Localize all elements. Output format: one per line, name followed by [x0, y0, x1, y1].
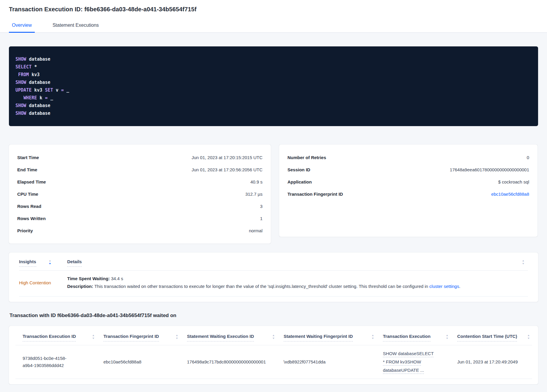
sql-line: SHOW database: [15, 109, 532, 117]
stat-row: End TimeJun 01, 2023 at 17:20:56:2056 UT…: [17, 164, 263, 176]
tab-statement-executions[interactable]: Statement Executions: [50, 21, 102, 33]
col-contention-start-time[interactable]: Contention Start Time (UTC): [457, 334, 517, 341]
stat-label: Elapsed Time: [17, 179, 46, 185]
divider: [15, 379, 532, 379]
sort-arrows-icon[interactable]: ▲▼: [522, 260, 524, 265]
stat-label: Session ID: [287, 167, 310, 173]
stat-value: 1: [260, 215, 263, 222]
waited-on-table-row: 9738d051-bc0e-4158-a9b4-1903586ddd42 ebc…: [9, 345, 538, 379]
stat-value: normal: [249, 228, 263, 234]
sort-arrows-icon[interactable]: ▲▼: [527, 334, 530, 340]
cell-contention-start-time: Jun 01, 2023 at 17:20:49:2049: [457, 358, 532, 366]
stat-value: 0: [527, 154, 529, 161]
sql-line: SELECT *: [15, 63, 532, 71]
stat-value: 3: [260, 203, 263, 209]
cell-transaction-execution-id: 9738d051-bc0e-4158-a9b4-1903586ddd42: [23, 355, 87, 369]
cluster-settings-link[interactable]: cluster settings: [429, 284, 459, 289]
waited-on-table-card: Transaction Execution ID▲▼ Transaction F…: [9, 326, 538, 384]
cell-statement-waiting-fingerprint-id: \xdb8922f077541dda: [284, 358, 383, 366]
stat-value: 17648a9eea6017800000000000000001: [450, 167, 529, 173]
cell-statement-waiting-execution-id: 176498a9c717bdc80000000000000001: [187, 358, 284, 366]
stat-row: Start TimeJun 01, 2023 at 17:20:15:2015 …: [17, 151, 263, 164]
sort-arrows-icon[interactable]: ▲▼: [372, 334, 374, 340]
sql-line: SHOW database: [15, 55, 532, 63]
stat-label: Priority: [17, 228, 33, 234]
col-transaction-execution[interactable]: Transaction Execution: [383, 334, 430, 341]
time-spent-waiting: Time Spent Waiting: 34.4 s: [67, 275, 460, 283]
stat-value: Jun 01, 2023 at 17:20:15:2015 UTC: [191, 154, 263, 161]
transaction-execution-link[interactable]: SHOW databaseSELECT * FROM kv3SHOW datab…: [383, 349, 434, 374]
stat-row: Rows Written1: [17, 212, 263, 225]
sql-line: SHOW database: [15, 79, 532, 86]
session-stats-card: Number of Retries0Session ID17648a9eea60…: [279, 145, 537, 237]
stat-row: Prioritynormal: [17, 225, 263, 237]
stat-row: CPU Time312.7 µs: [17, 188, 263, 200]
stat-label: CPU Time: [17, 191, 38, 197]
stat-row: Application$ cockroach sql: [287, 176, 530, 188]
stat-label: Rows Written: [17, 215, 46, 222]
sort-arrows-icon[interactable]: ▲▼: [49, 260, 51, 265]
stat-label: Transaction Fingerprint ID: [287, 191, 343, 197]
sort-arrows-icon[interactable]: ▲▼: [176, 334, 178, 340]
summary-cards: Start TimeJun 01, 2023 at 17:20:15:2015 …: [9, 145, 538, 244]
stat-value: 312.7 µs: [245, 191, 263, 197]
stat-value: 40.9 s: [250, 179, 263, 185]
main-content: SHOW databaseSELECT * FROM kv3SHOW datab…: [0, 33, 547, 392]
insight-row: High Contention Time Spent Waiting: 34.4…: [19, 271, 528, 296]
divider: [19, 296, 528, 297]
stat-label: Rows Read: [17, 203, 41, 209]
page-header: Transaction Execution ID: f6be6366-da03-…: [0, 0, 547, 33]
insight-type-badge: High Contention: [19, 280, 67, 285]
stat-label: Start Time: [17, 154, 39, 161]
waited-on-table-header: Transaction Execution ID▲▼ Transaction F…: [9, 334, 538, 345]
details-column-header[interactable]: Details: [67, 259, 82, 267]
tab-overview[interactable]: Overview: [9, 21, 35, 33]
stat-label: Application: [287, 179, 312, 185]
waited-on-heading: Transaction with ID f6be6366-da03-48de-a…: [10, 313, 538, 319]
stat-row: Transaction Fingerprint IDebc10ae56cfd88…: [287, 188, 530, 200]
stat-row: Rows Read3: [17, 200, 263, 212]
insights-table-header: Insights ▲▼ Details ▲▼: [19, 259, 528, 270]
insights-column-header[interactable]: Insights: [19, 259, 36, 267]
transaction-fingerprint-id-link[interactable]: ebc10ae56cfd88a8: [491, 191, 529, 197]
execution-stats-card: Start TimeJun 01, 2023 at 17:20:15:2015 …: [9, 145, 271, 244]
stat-row: Elapsed Time40.9 s: [17, 176, 263, 188]
stat-value: Jun 01, 2023 at 17:20:56:2056 UTC: [191, 167, 263, 173]
page-title: Transaction Execution ID: f6be6366-da03-…: [9, 6, 538, 13]
col-transaction-fingerprint-id[interactable]: Transaction Fingerprint ID: [103, 334, 159, 341]
sql-line: SHOW database: [15, 102, 532, 109]
sql-line: FROM kv3: [15, 71, 532, 79]
insight-description: Description: This transaction waited on …: [67, 283, 460, 290]
col-statement-waiting-fingerprint-id[interactable]: Statement Waiting Fingerprint ID: [284, 334, 353, 341]
col-statement-waiting-execution-id[interactable]: Statement Waiting Execution ID: [187, 334, 254, 341]
stat-value: $ cockroach sql: [498, 179, 529, 185]
insights-card: Insights ▲▼ Details ▲▼ High Contention T…: [9, 253, 538, 302]
insight-details: Time Spent Waiting: 34.4 s Description: …: [67, 275, 460, 290]
sql-statements-box: SHOW databaseSELECT * FROM kv3SHOW datab…: [9, 46, 538, 126]
sort-arrows-icon[interactable]: ▲▼: [272, 334, 275, 340]
cell-transaction-fingerprint-id: ebc10ae56cfd88a8: [103, 358, 187, 366]
sort-arrows-icon[interactable]: ▲▼: [92, 334, 95, 340]
tab-bar: Overview Statement Executions: [9, 21, 538, 32]
stat-row: Number of Retries0: [287, 151, 530, 164]
stat-row: Session ID17648a9eea60178000000000000000…: [287, 164, 530, 176]
sql-line: UPDATE kv3 SET v = _: [15, 86, 532, 94]
stat-label: Number of Retries: [287, 154, 326, 161]
sort-arrows-icon[interactable]: ▲▼: [446, 334, 448, 340]
stat-label: End Time: [17, 167, 37, 173]
col-transaction-execution-id[interactable]: Transaction Execution ID: [23, 334, 76, 341]
sql-line: WHERE k = _: [15, 94, 532, 102]
